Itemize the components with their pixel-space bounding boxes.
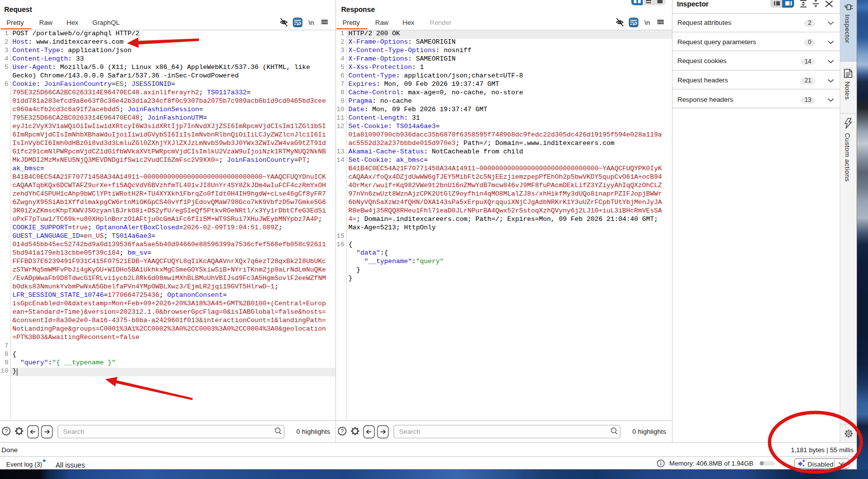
svg-text:0 highlights: 0 highlights [632,428,667,435]
svg-text:0 highlights: 0 highlights [296,428,331,435]
svg-text:Search: Search [399,428,420,435]
svg-text:?: ? [340,428,344,435]
svg-text:Search: Search [63,428,84,435]
svg-text:Disabled: Disabled [807,461,834,468]
svg-text:?: ? [4,428,8,435]
